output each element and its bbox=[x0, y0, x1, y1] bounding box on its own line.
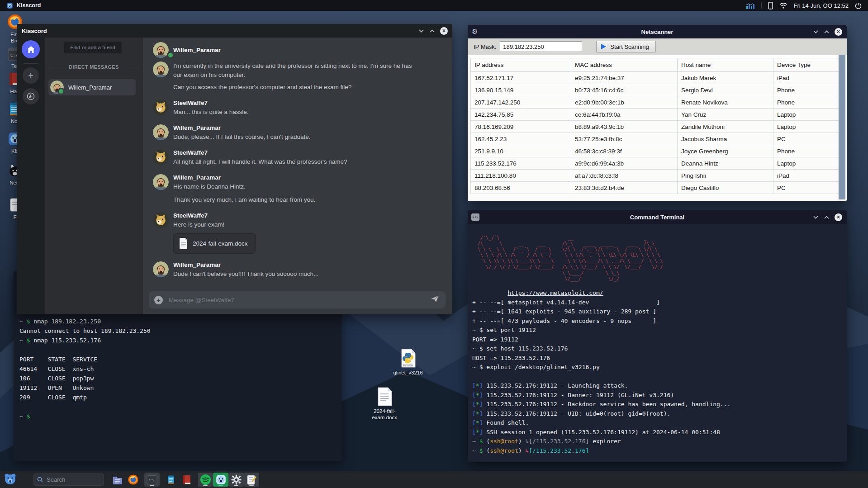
avatar bbox=[153, 62, 169, 77]
online-status-dot bbox=[167, 52, 174, 59]
column-header[interactable]: Host name bbox=[678, 58, 773, 72]
terminal-line: + -- --=[ 1641 exploits - 945 auxiliary … bbox=[472, 307, 847, 317]
message-composer[interactable]: + Message @SteelWaffe7 bbox=[149, 291, 446, 308]
taskbar-kisscord[interactable] bbox=[213, 473, 228, 487]
table-row[interactable]: 115.233.52.176a9:9c:d6:99:4a:3bDeanna Hi… bbox=[471, 157, 840, 170]
taskbar-search[interactable]: Search bbox=[33, 474, 104, 486]
table-row[interactable]: 88.203.68.5623:83:3d:d2:b4:deDiego Casti… bbox=[471, 182, 840, 194]
window-title: Netscanner bbox=[468, 28, 847, 35]
close-button[interactable]: × bbox=[835, 213, 842, 221]
terminal-body[interactable]: /'\_/`\ __ _ /\ \ __ ___ /\_\ ____ _____… bbox=[468, 224, 847, 462]
message-group: SteelWaffe7Man... this is quite a hassle… bbox=[153, 99, 446, 117]
explore-button[interactable] bbox=[23, 88, 39, 104]
running-indicator bbox=[203, 485, 208, 486]
table-cell: b8:89:a9:43:9c:1b bbox=[571, 121, 678, 133]
message-author: Willem_Paramar bbox=[173, 174, 315, 181]
desktop-icon-python-file[interactable]: PYTHON glinet_v3216 bbox=[392, 348, 424, 376]
gear-icon[interactable]: ⚙ bbox=[472, 28, 478, 36]
table-cell: iPad bbox=[773, 72, 840, 84]
table-row[interactable]: 111.218.100.80af:a7:dc:f8:c3:f8Ping Ishi… bbox=[471, 170, 840, 182]
message-author: Willem_Paramar bbox=[173, 47, 221, 53]
taskbar-terminal[interactable]: C:\ bbox=[144, 473, 160, 487]
notepad-pencil-icon bbox=[247, 474, 256, 485]
netscanner-titlebar[interactable]: ⚙ Netscanner × bbox=[468, 25, 847, 38]
terminal-line: 209 CLOSE qmtp bbox=[19, 393, 151, 402]
terminal-icon: C:\ bbox=[146, 475, 158, 485]
message-author: SteelWaffe7 bbox=[173, 212, 256, 219]
message-input[interactable]: Message @SteelWaffe7 bbox=[169, 297, 430, 303]
send-icon[interactable] bbox=[430, 294, 439, 305]
message-text: Here is your exam! bbox=[173, 220, 256, 229]
start-scanning-button[interactable]: Start Scanning bbox=[596, 41, 655, 52]
table-row[interactable]: 78.16.169.209b8:89:a9:43:9c:1bZandile Mu… bbox=[471, 121, 840, 133]
table-row[interactable]: 142.234.75.85ce:6a:44:fb:f9:0aYan CruzLa… bbox=[471, 109, 840, 121]
table-cell: 142.234.75.85 bbox=[471, 109, 571, 121]
close-button[interactable]: × bbox=[835, 28, 842, 36]
taskbar-files[interactable] bbox=[110, 473, 125, 487]
wifi-icon[interactable] bbox=[779, 2, 787, 9]
column-header[interactable]: MAC address bbox=[571, 58, 678, 72]
column-header[interactable]: Device Type bbox=[773, 58, 840, 72]
dm-list-item[interactable]: Willem_Paramar bbox=[48, 79, 136, 95]
add-server-button[interactable]: + bbox=[23, 67, 39, 84]
message-group: SteelWaffe7All right all right. I will h… bbox=[153, 149, 446, 166]
table-cell: Zandile Muthoni bbox=[678, 121, 773, 133]
home-button[interactable] bbox=[22, 40, 40, 58]
table-row[interactable]: 136.90.15.149b0:73:45:16:c4:6cSergio Dev… bbox=[471, 84, 840, 96]
find-friend-input[interactable]: Find or add a friend bbox=[64, 42, 122, 53]
kisscord-titlebar[interactable]: Kisscord × bbox=[17, 24, 452, 38]
message-text: Man... this is quite a hassle. bbox=[173, 108, 249, 117]
desktop-icon-docx-file[interactable]: 2024-fall- exam.docx bbox=[368, 387, 401, 421]
table-row[interactable]: 251.9.9.1046:58:3c:c8:39:3fJoyce Greenbe… bbox=[471, 145, 840, 157]
active-app-indicator[interactable]: Kisscord bbox=[6, 2, 41, 9]
minimize-button[interactable] bbox=[813, 215, 818, 219]
taskbar-notebook[interactable] bbox=[163, 473, 179, 487]
message-author: SteelWaffe7 bbox=[173, 99, 249, 106]
minimize-button[interactable] bbox=[813, 29, 818, 34]
activity-chart-icon[interactable] bbox=[746, 2, 755, 9]
close-button[interactable]: × bbox=[440, 27, 448, 35]
column-header[interactable]: IP address bbox=[471, 58, 571, 72]
table-row[interactable]: 162.45.2.2353:77:25:e3:fb:8cJacobus Shar… bbox=[471, 133, 840, 145]
maximize-button[interactable] bbox=[824, 215, 829, 219]
table-cell: ce:6a:44:fb:f9:0a bbox=[571, 109, 678, 121]
firefox-icon bbox=[128, 474, 139, 485]
ip-mask-label: IP Mask: bbox=[474, 43, 496, 50]
taskbar-browser[interactable] bbox=[125, 473, 141, 487]
table-scrollbar[interactable] bbox=[839, 55, 845, 199]
taskbar-notes-app[interactable] bbox=[244, 473, 259, 487]
table-cell: e2:d0:9b:00:3e:1b bbox=[571, 96, 678, 109]
maximize-button[interactable] bbox=[824, 29, 829, 34]
files-icon bbox=[112, 475, 123, 485]
terminal-line: ~ $ (ssh@root) ↳[/115.233.52.176] bbox=[472, 446, 847, 456]
minimize-button[interactable] bbox=[418, 28, 424, 33]
desktop: Fire Bro C:\ Ter Han Not bbox=[0, 0, 868, 488]
taskbar-book[interactable] bbox=[179, 473, 194, 487]
maximize-button[interactable] bbox=[429, 28, 435, 33]
attach-plus-icon[interactable]: + bbox=[154, 296, 163, 304]
terminal-line: + -- --=[ metasploit v4.14.14-dev ] bbox=[472, 298, 847, 308]
taskbar-spotify[interactable] bbox=[198, 473, 213, 487]
phone-icon[interactable] bbox=[768, 2, 773, 9]
os-menu-button[interactable] bbox=[4, 473, 16, 487]
message-group: Willem_ParamarDude I can't believe you!!… bbox=[153, 261, 446, 279]
power-icon[interactable] bbox=[855, 2, 862, 9]
table-row[interactable]: 167.52.171.17e9:25:21:74:be:37Jakub Mare… bbox=[471, 72, 840, 84]
message-author: SteelWaffe7 bbox=[173, 149, 347, 156]
clock[interactable]: Fri 14 Jun, ÖÖ 12:52 bbox=[794, 2, 849, 9]
terminal-icon: C:\ bbox=[471, 213, 479, 221]
attachment-file[interactable]: 2024-fall-exam.docx bbox=[173, 233, 256, 254]
bear-logo-icon bbox=[4, 473, 16, 485]
table-row[interactable]: 207.147.142.250e2:d0:9b:00:3e:1bRenate N… bbox=[471, 96, 840, 109]
table-cell: iPad bbox=[773, 170, 840, 182]
spotify-icon bbox=[200, 474, 211, 485]
search-placeholder: Search bbox=[47, 476, 65, 483]
scan-results-table: IP addressMAC addressHost nameDevice Typ… bbox=[470, 58, 840, 199]
terminal-line: https://www.metasploit.com/ bbox=[472, 289, 847, 298]
taskbar-settings[interactable] bbox=[228, 473, 244, 487]
terminal-line: ~ $ nmap 115.233.52.176 bbox=[19, 336, 151, 345]
ip-mask-input[interactable] bbox=[500, 41, 582, 52]
desktop-icon-label: glinet_v3216 bbox=[393, 370, 422, 376]
kisscord-chat-panel: Willem_ParamarI'm currently in the unive… bbox=[143, 38, 452, 314]
terminal-titlebar[interactable]: C:\ Command Terminal × bbox=[468, 210, 847, 224]
